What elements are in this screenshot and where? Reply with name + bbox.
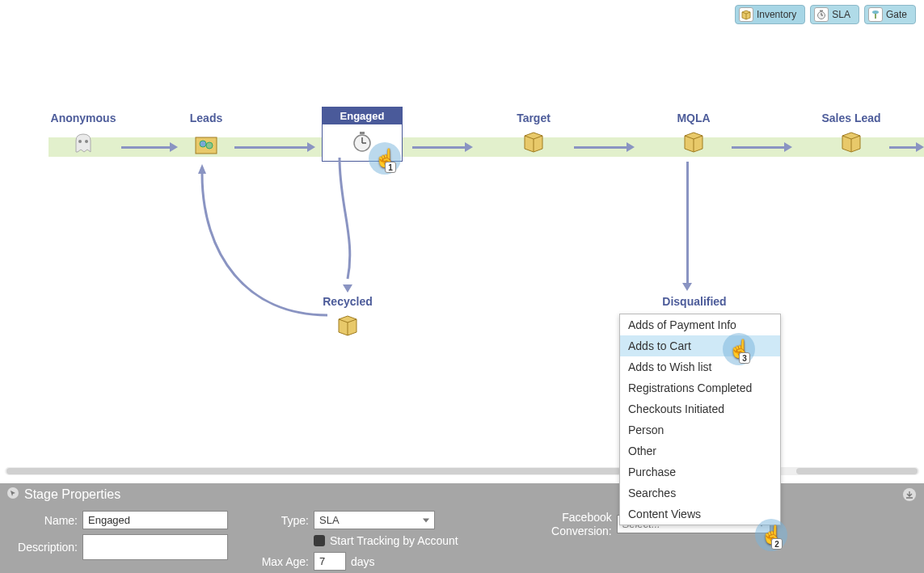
svg-point-10 (78, 140, 82, 143)
step-badge-2: ☝ 2 (755, 519, 787, 551)
dropdown-item[interactable]: Other (620, 440, 780, 461)
stage-label: Leads (182, 112, 230, 124)
arrow-head-down (682, 283, 692, 291)
toolbar-gate[interactable]: Gate (864, 5, 916, 24)
max-age-input[interactable] (314, 552, 346, 571)
connector (198, 158, 335, 319)
svg-point-11 (85, 140, 88, 143)
svg-point-9 (872, 11, 879, 14)
start-tracking-label: Start Tracking by Account (330, 534, 458, 547)
dropdown-item[interactable]: Searches (620, 482, 780, 503)
box-icon (739, 7, 753, 22)
step-number: 1 (385, 162, 396, 173)
arrow (889, 143, 924, 151)
type-label: Type: (260, 514, 309, 527)
max-age-label: Max Age: (260, 555, 309, 568)
box-icon (839, 144, 863, 156)
stage-mqla[interactable]: MQLA (665, 112, 722, 156)
toolbar-label: SLA (832, 9, 850, 20)
gate-icon (868, 7, 883, 22)
dropdown-item[interactable]: Checkouts Initiated (620, 398, 780, 419)
type-select[interactable]: SLA (314, 511, 435, 529)
description-label: Description: (6, 541, 78, 554)
arrow (412, 143, 473, 151)
stage-label: Target (505, 112, 562, 124)
toolbar-inventory[interactable]: Inventory (735, 5, 805, 24)
stage-label: MQLA (665, 112, 722, 124)
start-tracking-checkbox[interactable] (314, 535, 325, 546)
svg-rect-18 (360, 132, 365, 134)
fb-conversion-label: Facebook Conversion: (539, 511, 612, 538)
stage-label: Anonymous (47, 112, 120, 124)
panel-title: Stage Properties (24, 487, 120, 502)
download-icon[interactable] (903, 488, 916, 501)
stage-label: Engaged (323, 107, 402, 124)
stage-label: Sales Lead (815, 112, 888, 124)
box-icon (521, 144, 546, 156)
step-number: 3 (739, 352, 750, 364)
stage-anonymous[interactable]: Anonymous (47, 112, 120, 159)
arrow (121, 143, 178, 151)
toolbar: Inventory SLA Gate (735, 5, 916, 24)
stage-sales-lead[interactable]: Sales Lead (815, 112, 888, 156)
description-input[interactable] (82, 534, 228, 560)
dropdown-item[interactable]: Adds of Payment Info (620, 314, 780, 335)
ghost-icon (70, 147, 97, 159)
toolbar-label: Inventory (757, 9, 796, 20)
stage-disqualified[interactable]: Disqualified (650, 295, 739, 313)
connector (686, 162, 689, 283)
canvas-scrollbar[interactable] (5, 467, 919, 475)
arrow (234, 143, 315, 151)
svg-point-14 (206, 142, 213, 149)
max-age-unit: days (351, 555, 375, 568)
box-icon (335, 327, 360, 339)
box-icon (681, 144, 706, 156)
svg-rect-8 (875, 13, 876, 19)
svg-rect-7 (820, 11, 823, 12)
dropdown-item[interactable]: Registrations Completed (620, 377, 780, 398)
stage-leads[interactable]: Leads (182, 112, 230, 159)
arrow-head-down (343, 284, 352, 293)
name-label: Name: (6, 514, 78, 527)
scroll-thumb[interactable] (796, 468, 918, 474)
scroll-thumb[interactable] (6, 468, 621, 474)
arrow (574, 143, 635, 151)
stage-track (49, 137, 924, 157)
stage-label: Disqualified (650, 295, 739, 308)
fb-conversion-dropdown[interactable]: Adds of Payment InfoAdds to CartAdds to … (619, 314, 781, 525)
step-badge-1: ☝ 1 (369, 142, 401, 175)
svg-point-13 (200, 141, 206, 147)
dropdown-item[interactable]: Purchase (620, 461, 780, 482)
clock-icon (814, 7, 829, 22)
toolbar-sla[interactable]: SLA (810, 5, 859, 24)
connector (331, 158, 364, 295)
chevron-down-icon (423, 518, 429, 522)
toolbar-label: Gate (886, 9, 907, 20)
arrow (732, 143, 792, 151)
step-badge-3: ☝ 3 (723, 333, 755, 365)
pointer-circle-icon (6, 487, 19, 503)
svg-marker-35 (198, 164, 206, 174)
type-value: SLA (319, 514, 340, 526)
dropdown-item[interactable]: Adds to Wish list (620, 356, 780, 377)
step-number: 2 (771, 538, 783, 550)
dropdown-item[interactable]: Content Views (620, 503, 780, 525)
name-input[interactable] (82, 511, 228, 529)
dropdown-item[interactable]: Adds to Cart (620, 335, 780, 356)
dropdown-item[interactable]: Person (620, 419, 780, 440)
stage-target[interactable]: Target (505, 112, 562, 156)
